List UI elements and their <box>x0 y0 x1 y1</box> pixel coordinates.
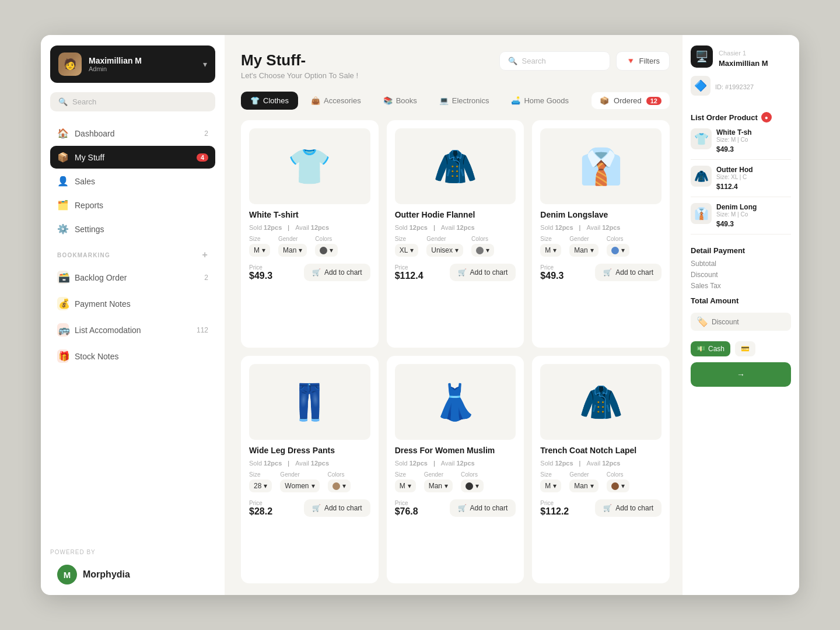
product-footer: Price $49.3 🛒 Add to chart <box>249 264 370 281</box>
filters-button[interactable]: 🔻 Filters <box>616 51 670 71</box>
product-availability: Sold 12pcs | Avail 12pcs <box>540 224 662 231</box>
subtotal-label: Subtotal <box>691 260 716 268</box>
dashboard-icon: 🏠 <box>57 128 69 139</box>
size-group: Size 28 ▾ <box>249 471 272 492</box>
product-footer: Price $76.8 🛒 Add to chart <box>395 499 516 517</box>
cash-button[interactable]: 💵 Cash <box>691 341 730 356</box>
sidebar-item-sales[interactable]: 👤 Sales <box>50 170 215 192</box>
user-name: Maximillian M <box>89 56 196 65</box>
chasier-label: Chasier 1 <box>719 50 768 57</box>
sold-label: Sold 12pcs <box>540 224 573 231</box>
product-name: Denim Longslave <box>540 210 662 219</box>
tab-clothes[interactable]: 👕 Clothes <box>241 92 298 110</box>
product-price: $49.3 <box>540 271 564 281</box>
backlog-count: 2 <box>204 274 208 282</box>
order-item-sub: Size: M | Co <box>716 136 791 143</box>
add-to-chart-button[interactable]: 🛒 Add to chart <box>595 264 662 281</box>
cash-icon: 💵 <box>696 345 705 353</box>
color-select[interactable]: ▾ <box>607 480 629 492</box>
add-bookmark-icon[interactable]: + <box>202 250 208 260</box>
product-availability: Sold 12pcs | Avail 12pcs <box>249 460 370 467</box>
gender-select[interactable]: Man ▾ <box>278 244 307 257</box>
colors-label: Colors <box>607 471 629 478</box>
color-select[interactable]: ▾ <box>607 244 629 257</box>
discount-input[interactable] <box>712 318 785 326</box>
add-to-chart-button[interactable]: 🛒 Add to chart <box>450 264 516 281</box>
avail-label: Avail 12pcs <box>586 224 620 231</box>
sidebar-search[interactable]: 🔍 Search <box>50 92 215 111</box>
tab-homegoods[interactable]: 🛋️ Home Goods <box>502 92 578 110</box>
payment-methods: 💵 Cash 💳 <box>691 341 791 356</box>
salestax-row: Sales Tax <box>691 282 791 290</box>
discount-input-row[interactable]: 🏷️ <box>691 313 791 331</box>
sidebar-item-label: Backlog Order <box>75 273 127 282</box>
gender-label: Gender <box>569 236 598 242</box>
product-options: Size M ▾ Gender Man ▾ Colors ▾ <box>249 236 370 257</box>
user-role: Admin <box>89 65 196 72</box>
accomodation-count: 112 <box>197 326 208 334</box>
user-info: Maximillian M Admin <box>89 56 196 72</box>
main-search-bar[interactable]: 🔍 Search <box>499 51 610 71</box>
add-to-chart-label: Add to chart <box>324 268 362 276</box>
gender-group: Gender Man ▾ <box>424 471 453 492</box>
checkout-button[interactable]: → <box>691 362 791 387</box>
ordered-badge: 12 <box>646 97 662 105</box>
price-label: Price <box>395 264 424 271</box>
size-select[interactable]: 28 ▾ <box>249 480 272 492</box>
sidebar-search-label: Search <box>72 97 96 106</box>
size-label: Size <box>395 471 416 478</box>
sidebar-item-payment[interactable]: 💰 Payment Notes <box>50 291 215 316</box>
total-label: Total Amount <box>691 296 738 305</box>
gender-select[interactable]: Man ▾ <box>569 244 598 257</box>
chevron-icon: ▾ <box>342 482 346 490</box>
color-select[interactable]: ▾ <box>471 244 494 257</box>
add-to-chart-button[interactable]: 🛒 Add to chart <box>304 499 370 517</box>
chevron-icon: ▾ <box>486 246 489 254</box>
tab-label: Home Goods <box>524 96 569 105</box>
gender-select[interactable]: Man ▾ <box>569 480 598 492</box>
user-card[interactable]: 🧑 Maximillian M Admin ▾ <box>50 46 215 83</box>
sidebar-item-settings[interactable]: ⚙️ Settings <box>50 218 215 240</box>
color-select[interactable]: ▾ <box>315 244 338 257</box>
order-item: 🧥 Outter Hod Size: XL | C $112.4 <box>691 166 791 197</box>
sidebar-item-stock[interactable]: 🎁 Stock Notes <box>50 344 215 369</box>
sidebar-item-mystuff[interactable]: 📦 My Stuff 4 <box>50 146 215 169</box>
gender-select[interactable]: Man ▾ <box>424 480 453 492</box>
chasier-info: Chasier 1 Maximillian M <box>719 50 768 68</box>
sold-label: Sold 12pcs <box>249 224 282 231</box>
tab-books[interactable]: 📚 Books <box>374 92 426 110</box>
product-options: Size 28 ▾ Gender Women ▾ Colors ▾ <box>249 471 370 492</box>
color-select[interactable]: ▾ <box>461 480 484 492</box>
electronics-icon: 💻 <box>439 96 449 105</box>
tab-electronics[interactable]: 💻 Electronics <box>430 92 499 110</box>
sidebar-item-accomodation[interactable]: 🚌 List Accomodation 112 <box>50 317 215 342</box>
tab-accessories[interactable]: 👜 Accesories <box>302 92 370 110</box>
gender-label: Gender <box>424 471 453 478</box>
sidebar-item-reports[interactable]: 🗂️ Reports <box>50 194 215 216</box>
product-price-block: Price $28.2 <box>249 500 272 517</box>
chevron-icon: ▾ <box>621 246 625 254</box>
sidebar-item-backlog[interactable]: 🗃️ Backlog Order 2 <box>50 265 215 290</box>
chevron-icon: ▾ <box>553 482 556 490</box>
color-group: Colors ▾ <box>607 236 629 257</box>
tab-ordered[interactable]: 📦 Ordered 12 <box>592 92 670 109</box>
size-select[interactable]: M ▾ <box>395 480 416 492</box>
size-select[interactable]: XL ▾ <box>395 244 419 257</box>
chevron-icon: ▾ <box>444 482 448 490</box>
avail-label: Avail 12pcs <box>295 224 329 231</box>
add-to-chart-button[interactable]: 🛒 Add to chart <box>450 499 516 517</box>
size-select[interactable]: M ▾ <box>249 244 270 257</box>
gender-select[interactable]: Unisex ▾ <box>426 244 463 257</box>
colors-label: Colors <box>471 236 494 242</box>
color-group: Colors ▾ <box>328 471 351 492</box>
color-select[interactable]: ▾ <box>328 480 351 492</box>
accomodation-icon: 🚌 <box>57 323 69 337</box>
add-to-chart-button[interactable]: 🛒 Add to chart <box>304 264 370 281</box>
size-select[interactable]: M ▾ <box>540 480 561 492</box>
sidebar-item-dashboard[interactable]: 🏠 Dashboard 2 <box>50 122 215 145</box>
card-button[interactable]: 💳 <box>735 341 755 356</box>
size-select[interactable]: M ▾ <box>540 244 561 257</box>
product-emoji: 👗 <box>395 364 516 440</box>
gender-select[interactable]: Women ▾ <box>280 480 319 492</box>
add-to-chart-button[interactable]: 🛒 Add to chart <box>595 499 662 517</box>
